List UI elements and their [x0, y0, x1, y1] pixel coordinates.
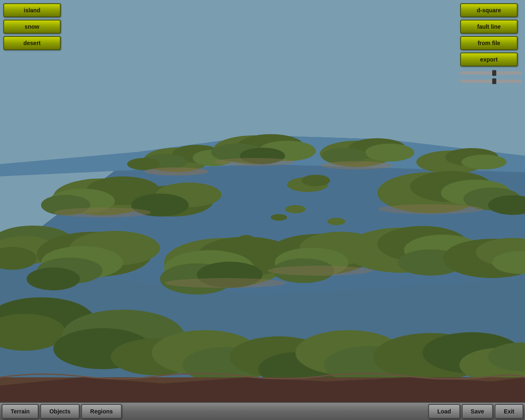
fault-line-button[interactable]: fault line: [460, 20, 518, 34]
objects-tab-button[interactable]: Objects: [40, 404, 79, 419]
snow-button[interactable]: snow: [3, 20, 61, 34]
svg-point-83: [327, 218, 345, 225]
island-button[interactable]: island: [3, 3, 61, 17]
slider2-thumb[interactable]: [492, 78, 496, 84]
svg-point-78: [378, 204, 483, 214]
save-button[interactable]: Save: [462, 404, 493, 419]
terrain-tab-button[interactable]: Terrain: [2, 404, 39, 419]
svg-point-81: [285, 205, 306, 213]
svg-point-79: [165, 278, 286, 288]
svg-point-16: [365, 144, 414, 162]
svg-point-34: [301, 175, 330, 186]
exit-button[interactable]: Exit: [495, 404, 523, 419]
svg-point-8: [127, 158, 160, 170]
slider1-track: [460, 71, 522, 75]
slider2-track: [460, 80, 522, 83]
from-file-button[interactable]: from file: [460, 36, 518, 50]
load-button[interactable]: Load: [428, 404, 460, 419]
desert-button[interactable]: desert: [3, 36, 61, 50]
svg-point-77: [54, 208, 151, 217]
svg-point-84: [239, 235, 253, 241]
right-panel-buttons: d-square fault line from file export: [460, 3, 522, 83]
terrain-viewport: island snow desert d-square fault line f…: [0, 0, 525, 402]
svg-point-74: [144, 167, 208, 176]
bottom-bar: Terrain Objects Regions Load Save Exit: [0, 402, 525, 420]
export-button[interactable]: export: [460, 52, 518, 66]
svg-point-20: [461, 155, 507, 169]
slider1-thumb[interactable]: [492, 70, 496, 76]
svg-point-76: [321, 161, 393, 169]
svg-point-80: [267, 266, 372, 276]
svg-point-82: [271, 214, 287, 221]
terrain-scene: [0, 0, 525, 402]
regions-tab-button[interactable]: Regions: [81, 404, 122, 419]
left-panel-buttons: island snow desert: [3, 3, 61, 50]
svg-marker-86: [0, 377, 525, 402]
sliders-container: [460, 71, 522, 83]
svg-point-42: [27, 267, 80, 290]
svg-point-75: [214, 158, 294, 166]
d-square-button[interactable]: d-square: [460, 3, 518, 17]
